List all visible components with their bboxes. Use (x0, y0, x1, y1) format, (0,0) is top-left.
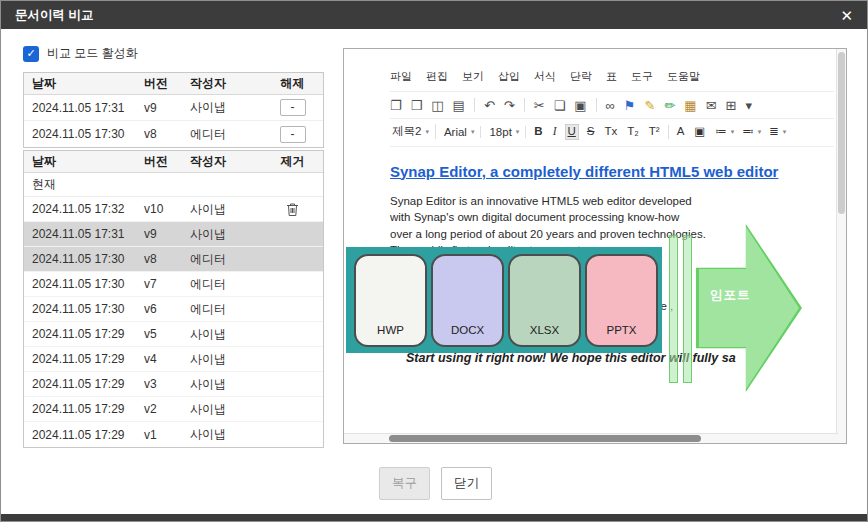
cell-version: v10 (144, 202, 190, 216)
table-row[interactable]: 2024.11.05 17:29 v2 사이냅 (24, 397, 323, 422)
compare-mode-row: ✓ 비교 모드 활성화 (23, 45, 138, 62)
image-icon[interactable]: ▦ (684, 99, 696, 112)
cell-date: 2024.11.05 17:29 (24, 327, 144, 341)
table-row[interactable]: 2024.11.05 17:29 v5 사이냅 (24, 322, 323, 347)
toolbar-separator (474, 98, 475, 112)
format-box-docx: DOCX (431, 254, 504, 347)
bullet-list-dropdown[interactable]: ≔ ▾ (713, 125, 734, 139)
table-row[interactable]: 2024.11.05 17:29 v4 사이냅 (24, 347, 323, 372)
format-box-label: DOCX (451, 324, 484, 336)
history-table-header: 날짜 버전 작성자 제거 (24, 151, 323, 173)
table-row[interactable]: 2024.11.05 17:29 v3 사이냅 (24, 372, 323, 397)
compare-mode-checkbox[interactable]: ✓ (23, 46, 39, 62)
font-size-dropdown[interactable]: 18pt ▾ (487, 126, 526, 138)
pen-icon[interactable]: ✏ (664, 99, 675, 112)
menu-paragraph[interactable]: 단락 (570, 69, 592, 84)
subscript-icon[interactable]: T₂ (625, 125, 641, 139)
italic-icon[interactable]: I (551, 125, 559, 139)
restore-button[interactable]: 복구 (379, 467, 430, 500)
undo-icon[interactable]: ↶ (484, 99, 495, 112)
cell-date: 2024.11.05 17:29 (24, 377, 144, 391)
text-color-icon[interactable]: A (675, 125, 687, 139)
format-box-label: PPTX (606, 324, 636, 336)
table-icon[interactable]: ⊞ (726, 99, 737, 112)
menu-help[interactable]: 도움말 (667, 69, 700, 84)
table-row[interactable]: 2024.11.05 17:29 v1 사이냅 (24, 422, 323, 447)
toolbar-separator (524, 98, 525, 112)
menu-format[interactable]: 서식 (534, 69, 556, 84)
bullet-list-icon: ≔ (713, 125, 729, 139)
release-version-button[interactable]: - (280, 126, 306, 143)
line-spacing-dropdown[interactable]: ≣ ▾ (767, 125, 786, 139)
paragraph-style-dropdown[interactable]: 제목2 ▾ (390, 124, 436, 139)
table-row[interactable]: 2024.11.05 17:30 v8 에디터 - (24, 121, 323, 147)
bookmark-icon[interactable]: ⚑ (624, 99, 636, 112)
menu-file[interactable]: 파일 (390, 69, 412, 84)
editor-toolbar-format: 제목2 ▾ Arial ▾ 18pt ▾ B I U S Tx T₂ T² (390, 119, 834, 147)
current-version-row[interactable]: 현재 (24, 173, 323, 197)
cell-version: v3 (144, 377, 190, 391)
col-author: 작성자 (190, 75, 262, 92)
highlight-color-icon[interactable]: ▣ (692, 125, 707, 139)
close-button[interactable]: 닫기 (441, 467, 492, 500)
underline-icon[interactable]: U (565, 124, 579, 140)
numbered-list-icon: ≕ (740, 125, 756, 139)
paste-icon[interactable]: ▣ (574, 99, 586, 112)
highlighter-icon[interactable]: ✎ (645, 99, 656, 112)
save-icon[interactable]: ◫ (431, 99, 443, 112)
trash-icon[interactable] (262, 202, 323, 217)
menu-insert[interactable]: 삽입 (498, 69, 520, 84)
table-row[interactable]: 2024.11.05 17:31 v9 사이냅 - (24, 95, 323, 121)
new-document-icon[interactable]: ❐ (390, 99, 402, 112)
copy-icon[interactable]: ❏ (554, 99, 566, 112)
horizontal-scrollbar[interactable] (344, 433, 838, 443)
cell-date: 2024.11.05 17:29 (24, 402, 144, 416)
cut-icon[interactable]: ✂ (534, 99, 545, 112)
editor-toolbar-main: ❐ ❒ ◫ ▤ ↶ ↷ ✂ ❏ ▣ ∞ ⚑ ✎ ✏ ▦ ✉ ⊞ ▾ (390, 91, 834, 119)
cell-version: v8 (144, 252, 190, 266)
horizontal-scrollbar-thumb[interactable] (389, 435, 701, 442)
cell-author: 사이냅 (190, 326, 262, 343)
cell-date: 2024.11.05 17:30 (24, 277, 144, 291)
menu-edit[interactable]: 편집 (426, 69, 448, 84)
menu-view[interactable]: 보기 (462, 69, 484, 84)
import-arrow-stripe (683, 235, 692, 383)
col-release: 해제 (262, 75, 323, 92)
font-family-dropdown[interactable]: Arial ▾ (442, 126, 482, 138)
menu-tools[interactable]: 도구 (631, 69, 653, 84)
link-icon[interactable]: ∞ (606, 99, 615, 112)
table-row-selected[interactable]: 2024.11.05 17:31 v9 사이냅 (24, 222, 323, 247)
import-arrow-icon: 임포트 (696, 224, 802, 392)
release-version-button[interactable]: - (280, 99, 306, 116)
print-icon[interactable]: ▤ (453, 99, 465, 112)
menu-table[interactable]: 표 (606, 69, 617, 84)
table-row[interactable]: 2024.11.05 17:30 v6 에디터 (24, 297, 323, 322)
redo-icon[interactable]: ↷ (504, 99, 515, 112)
chevron-down-icon: ▾ (471, 128, 475, 136)
cell-date: 2024.11.05 17:30 (24, 127, 144, 141)
more-dropdown-icon[interactable]: ▾ (745, 99, 752, 112)
bold-icon[interactable]: B (532, 125, 544, 139)
open-icon[interactable]: ❒ (411, 99, 423, 112)
vertical-scrollbar[interactable] (836, 49, 846, 443)
clear-format-icon[interactable]: Tx (603, 125, 620, 139)
table-row-selected[interactable]: 2024.11.05 17:30 v8 에디터 (24, 247, 323, 272)
numbered-list-dropdown[interactable]: ≕ ▾ (740, 125, 761, 139)
toolbar-separator (596, 98, 597, 112)
cell-version: v5 (144, 327, 190, 341)
chevron-down-icon: ▾ (425, 128, 429, 136)
document-preview-panel: 파일 편집 보기 삽입 서식 단락 표 도구 도움말 ❐ ❒ ◫ ▤ ↶ ↷ ✂ (343, 48, 847, 444)
table-row[interactable]: 2024.11.05 17:30 v7 에디터 (24, 272, 323, 297)
superscript-icon[interactable]: T² (647, 125, 662, 139)
strikethrough-icon[interactable]: S (585, 125, 597, 139)
cell-author: 사이냅 (190, 201, 262, 218)
table-row[interactable]: 2024.11.05 17:32 v10 사이냅 (24, 197, 323, 222)
vertical-scrollbar-thumb[interactable] (838, 52, 845, 214)
document-heading: Synap Editor, a completely different HTM… (390, 163, 834, 180)
cell-version: v6 (144, 302, 190, 316)
cell-author: 사이냅 (190, 226, 262, 243)
mail-icon[interactable]: ✉ (706, 99, 717, 112)
close-icon[interactable]: ✕ (840, 8, 853, 23)
col-date: 날짜 (24, 153, 144, 170)
col-remove: 제거 (262, 153, 323, 170)
